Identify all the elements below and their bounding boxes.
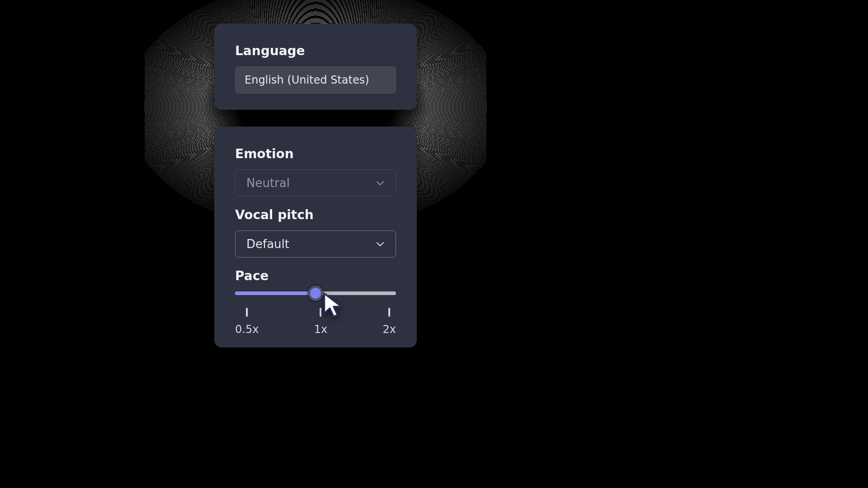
pitch-value: Default — [246, 237, 289, 251]
pace-thumb[interactable] — [308, 286, 323, 301]
language-label: Language — [235, 43, 396, 58]
pitch-select[interactable]: Default — [235, 230, 396, 258]
tick-label-max: 2x — [383, 323, 396, 336]
tick-mark — [388, 308, 390, 317]
voice-settings-card: Emotion Neutral Vocal pitch Default Pace… — [214, 127, 417, 347]
pace-ticks: 0.5x 1x 2x — [235, 308, 396, 336]
tick-label-mid: 1x — [314, 323, 327, 336]
chevron-down-icon — [375, 178, 386, 188]
pace-label: Pace — [235, 268, 396, 283]
emotion-label: Emotion — [235, 146, 396, 161]
chevron-down-icon — [375, 239, 386, 249]
emotion-value: Neutral — [246, 176, 290, 190]
pace-fill — [235, 291, 316, 295]
tick-mark — [320, 308, 321, 317]
language-field[interactable]: English (United States) — [235, 66, 396, 94]
language-value: English (United States) — [245, 74, 369, 86]
pitch-label: Vocal pitch — [235, 207, 396, 222]
pace-slider[interactable]: 0.5x 1x 2x — [235, 291, 396, 336]
tick-mark — [246, 308, 248, 317]
language-card: Language English (United States) — [214, 23, 417, 110]
tick-label-min: 0.5x — [235, 323, 259, 336]
pace-track — [235, 291, 396, 295]
emotion-select: Neutral — [235, 169, 396, 197]
